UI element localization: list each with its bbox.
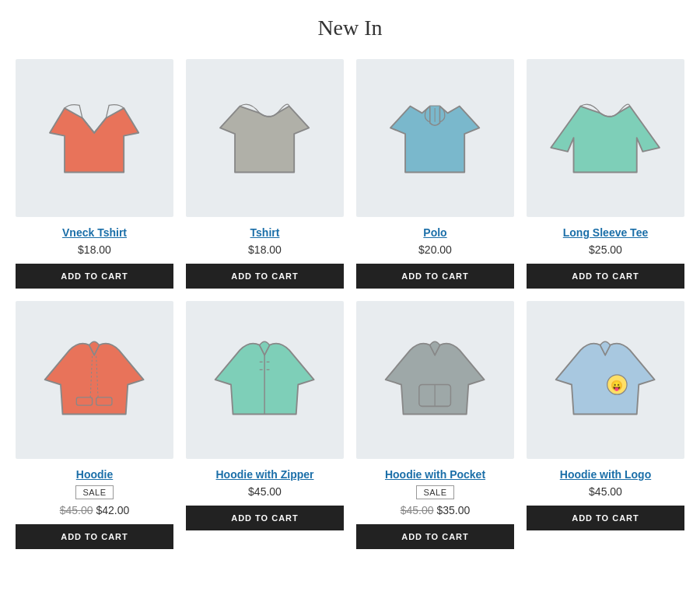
product-image-polo (356, 59, 514, 217)
svg-text:😛: 😛 (611, 380, 624, 392)
sale-badge-hoodie-pocket: SALE (416, 485, 453, 499)
product-price-long-sleeve-tee: $25.00 (589, 243, 622, 256)
product-name-hoodie-zipper[interactable]: Hoodie with Zipper (216, 468, 314, 481)
product-name-hoodie-pocket[interactable]: Hoodie with Pocket (385, 468, 485, 481)
product-name-hoodie-logo[interactable]: Hoodie with Logo (560, 468, 651, 481)
product-name-long-sleeve-tee[interactable]: Long Sleeve Tee (563, 226, 648, 239)
product-name-hoodie[interactable]: Hoodie (76, 468, 113, 481)
product-card-polo: Polo$20.00ADD TO CART (356, 59, 514, 289)
product-image-long-sleeve-tee (527, 59, 684, 217)
product-image-vneck-tshirt (16, 59, 173, 217)
add-to-cart-button-tshirt[interactable]: ADD TO CART (186, 264, 344, 289)
product-card-tshirt: Tshirt$18.00ADD TO CART (186, 59, 344, 289)
product-card-vneck-tshirt: Vneck Tshirt$18.00ADD TO CART (16, 59, 173, 289)
product-image-hoodie (16, 301, 173, 459)
page-title: New In (16, 16, 684, 40)
add-to-cart-button-vneck-tshirt[interactable]: ADD TO CART (16, 264, 173, 289)
svg-rect-4 (96, 397, 112, 405)
sale-badge-hoodie: SALE (75, 485, 113, 499)
add-to-cart-button-polo[interactable]: ADD TO CART (356, 264, 514, 289)
product-price-hoodie-zipper: $45.00 (248, 485, 282, 498)
product-card-hoodie: HoodieSALE$45.00$42.00ADD TO CART (16, 301, 173, 549)
product-name-polo[interactable]: Polo (423, 226, 446, 239)
product-image-hoodie-logo: 😛 (527, 301, 684, 459)
price-sale-hoodie-pocket: $35.00 (437, 504, 471, 516)
product-card-long-sleeve-tee: Long Sleeve Tee$25.00ADD TO CART (527, 59, 684, 289)
price-original-hoodie-pocket: $45.00 (401, 504, 434, 516)
product-price-hoodie-pocket: $45.00$35.00 (401, 504, 471, 516)
add-to-cart-button-hoodie-zipper[interactable]: ADD TO CART (186, 506, 344, 530)
product-price-vneck-tshirt: $18.00 (78, 243, 111, 256)
add-to-cart-button-hoodie-logo[interactable]: ADD TO CART (527, 506, 684, 530)
product-card-hoodie-zipper: Hoodie with Zipper$45.00ADD TO CART (186, 301, 344, 549)
product-name-tshirt[interactable]: Tshirt (250, 226, 280, 239)
price-original-hoodie: $45.00 (60, 504, 93, 516)
add-to-cart-button-hoodie[interactable]: ADD TO CART (16, 524, 173, 549)
product-image-tshirt (186, 59, 344, 217)
products-grid: Vneck Tshirt$18.00ADD TO CART Tshirt$18.… (16, 59, 684, 549)
price-sale-hoodie: $42.00 (96, 504, 130, 516)
product-card-hoodie-pocket: Hoodie with PocketSALE$45.00$35.00ADD TO… (356, 301, 514, 549)
product-price-hoodie-logo: $45.00 (589, 485, 622, 498)
add-to-cart-button-hoodie-pocket[interactable]: ADD TO CART (356, 524, 514, 549)
product-name-vneck-tshirt[interactable]: Vneck Tshirt (62, 226, 127, 239)
product-card-hoodie-logo: 😛 Hoodie with Logo$45.00ADD TO CART (527, 301, 684, 549)
product-price-hoodie: $45.00$42.00 (60, 504, 130, 516)
product-price-polo: $20.00 (418, 243, 452, 256)
add-to-cart-button-long-sleeve-tee[interactable]: ADD TO CART (527, 264, 684, 289)
product-price-tshirt: $18.00 (248, 243, 282, 256)
product-image-hoodie-zipper (186, 301, 344, 459)
product-image-hoodie-pocket (356, 301, 514, 459)
svg-rect-3 (77, 397, 93, 405)
